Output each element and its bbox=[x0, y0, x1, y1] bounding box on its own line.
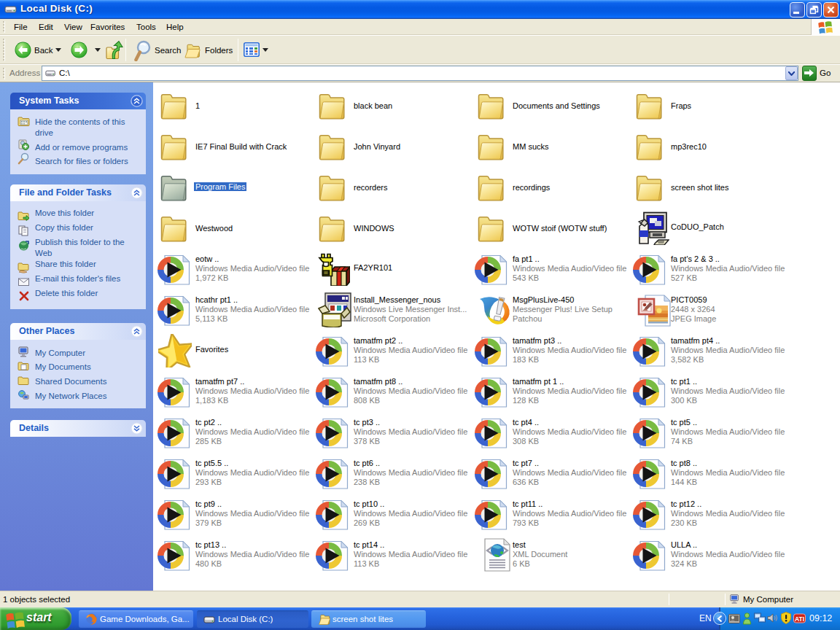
svg-text:ATI: ATI bbox=[795, 615, 804, 623]
